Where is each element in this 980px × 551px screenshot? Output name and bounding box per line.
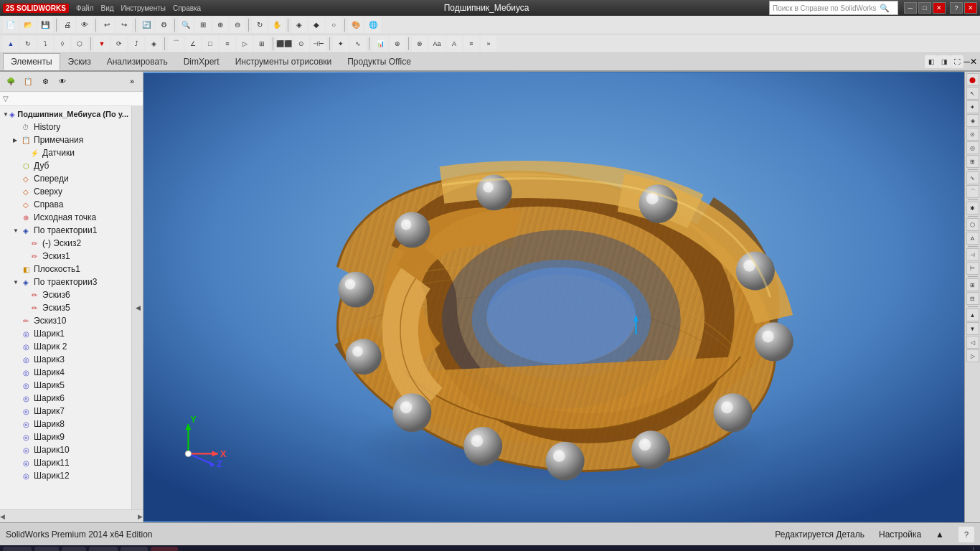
browser-button[interactable] — [89, 547, 118, 551]
options-button[interactable]: ⚙ — [156, 17, 171, 33]
right-tool-1[interactable]: ⬤ — [966, 73, 979, 86]
tree-item-plane1[interactable]: ◧ Плоскость1 — [0, 263, 131, 276]
loft-button[interactable]: ◊ — [55, 36, 70, 52]
tab-elements[interactable]: Элементы — [3, 53, 60, 70]
pattern-circular-button[interactable]: ⊙ — [293, 36, 309, 52]
tree-item-sketch6[interactable]: ✏ Эскиз6 — [0, 288, 131, 301]
tree-item-sweep3[interactable]: ▼ ◈ По траектории3 — [0, 276, 131, 288]
right-tool-18[interactable]: ▼ — [966, 322, 979, 335]
more-button[interactable]: » — [481, 36, 496, 52]
rotate-button[interactable]: ↻ — [252, 17, 268, 33]
tab-sketch[interactable]: Эскиз — [60, 53, 99, 70]
tree-item-sketch5[interactable]: ✏ Эскиз5 — [0, 301, 131, 314]
tree-item-ball4[interactable]: ◎ Шарик4 — [0, 366, 131, 379]
customize-btn[interactable]: » — [124, 74, 140, 90]
tree-item-origin[interactable]: ⊕ Исходная точка — [0, 211, 131, 224]
tree-item-top[interactable]: ◇ Сверху — [0, 185, 131, 198]
tree-root[interactable]: ▼ ◈ Подшипник_Мебиуса (По у... — [0, 108, 131, 121]
right-tool-19[interactable]: ◁ — [966, 336, 979, 349]
revolve-cut-button[interactable]: ⟳ — [111, 36, 127, 52]
sweep-button[interactable]: ⤵ — [37, 36, 53, 52]
shell-button[interactable]: □ — [202, 36, 218, 52]
right-tool-16[interactable]: ⊟ — [966, 292, 979, 305]
right-tool-3[interactable]: ✦ — [966, 100, 979, 113]
zoom-fit-button[interactable]: 🔍 — [178, 17, 194, 33]
tab-draw-tools[interactable]: Инструменты отрисовки — [227, 53, 340, 70]
tree-item-ball6[interactable]: ◎ Шарик6 — [0, 392, 131, 405]
display-pane-tab[interactable]: 👁 — [55, 74, 70, 90]
menu-file[interactable]: Файл — [73, 4, 97, 12]
root-expand[interactable]: ▼ — [3, 111, 9, 118]
format-button[interactable]: Aa — [429, 36, 445, 52]
start-button[interactable] — [3, 547, 32, 551]
3d-viewport[interactable]: Z Y X — [143, 72, 964, 522]
right-tool-4[interactable]: ◈ — [966, 114, 979, 127]
tree-item-ball1[interactable]: ◎ Шарик1 — [0, 327, 131, 340]
panel-scroll-down[interactable]: ▶ — [138, 513, 143, 520]
scene-button[interactable]: 🌐 — [365, 17, 381, 33]
snap-button[interactable]: ⊗ — [412, 36, 428, 52]
tree-item-ball3[interactable]: ◎ Шарик3 — [0, 353, 131, 366]
viewport-minimize[interactable]: ─ — [963, 57, 970, 67]
right-tool-17[interactable]: ▲ — [966, 309, 979, 321]
undo-button[interactable]: ↩ — [99, 17, 115, 33]
hide-show-button[interactable]: ○ — [326, 17, 341, 33]
preview-button[interactable]: 👁 — [77, 17, 93, 33]
menu-tools[interactable]: Инструменты — [118, 4, 169, 12]
config-tab[interactable]: ⚙ — [37, 74, 53, 90]
mirror-button[interactable]: ⊣⊢ — [311, 36, 326, 52]
tree-item-ball10[interactable]: ◎ Шарик10 — [0, 443, 131, 456]
menu-help[interactable]: Справка — [170, 4, 204, 12]
help-button[interactable]: ? — [950, 2, 963, 14]
boundary-button[interactable]: ⬡ — [72, 36, 88, 52]
tree-item-front[interactable]: ◇ Спереди — [0, 172, 131, 185]
display-style-button[interactable]: ◆ — [308, 17, 324, 33]
feature-tree-tab[interactable]: 🌳 — [3, 74, 19, 90]
scale-button[interactable]: ⊞ — [254, 36, 270, 52]
zoom-in-button[interactable]: ⊕ — [212, 17, 228, 33]
tree-item-material[interactable]: ⬡ Дуб — [0, 159, 131, 172]
chamfer-button[interactable]: ∠ — [185, 36, 201, 52]
redo-button[interactable]: ↪ — [116, 17, 132, 33]
save-button[interactable]: 💾 — [37, 17, 53, 33]
mate-button[interactable]: ⊕ — [390, 36, 405, 52]
zoom-window-button[interactable]: ⊞ — [195, 17, 211, 33]
loft-cut-button[interactable]: ◈ — [146, 36, 161, 52]
pattern-linear-button[interactable]: ⬛⬛ — [276, 36, 292, 52]
solidworks-taskbar-button[interactable]: SW — [151, 547, 178, 551]
print-button[interactable]: 🖨 — [60, 17, 75, 33]
tree-item-ball9[interactable]: ◎ Шарик9 — [0, 430, 131, 443]
eval-button[interactable]: 📊 — [372, 36, 388, 52]
viewport-close[interactable]: ✕ — [970, 57, 977, 67]
tree-item-sweep1[interactable]: ▼ ◈ По траектории1 — [0, 224, 131, 237]
viewport-maximize[interactable]: ⛶ — [951, 55, 963, 68]
tree-item-sketch10[interactable]: ✏ Эскиз10 — [0, 314, 131, 327]
extrude-button[interactable]: ▲ — [3, 36, 19, 52]
view-orient-button[interactable]: ◈ — [291, 17, 307, 33]
tree-item-sensors[interactable]: ⚡ Датчики — [0, 146, 131, 159]
right-tool-9[interactable]: ⌒ — [966, 185, 979, 198]
rebuild-button[interactable]: 🔄 — [138, 17, 154, 33]
right-tool-20[interactable]: ▷ — [966, 349, 979, 362]
tab-dimxpert[interactable]: DimXpert — [176, 53, 227, 70]
sweep3-expand[interactable]: ▼ — [13, 279, 20, 286]
search-taskbar-button[interactable] — [34, 547, 59, 551]
layers-button[interactable]: ≡ — [463, 36, 479, 52]
tab-analyze[interactable]: Анализировать — [99, 53, 176, 70]
right-tool-2[interactable]: ↖ — [966, 87, 979, 100]
reference-geom-button[interactable]: ✦ — [333, 36, 349, 52]
properties-tab[interactable]: 📋 — [20, 74, 36, 90]
right-tool-14[interactable]: ⊢ — [966, 262, 979, 275]
curve-button[interactable]: ∿ — [350, 36, 366, 52]
tree-item-notes[interactable]: ▶ 📋 Примечания — [0, 133, 131, 146]
tree-item-ball11[interactable]: ◎ Шарик11 — [0, 456, 131, 469]
tree-item-ball2[interactable]: ◎ Шарик 2 — [0, 340, 131, 353]
extrude-cut-button[interactable]: ▼ — [94, 36, 110, 52]
feature-tree[interactable]: ▼ ◈ Подшипник_Мебиуса (По у... ⏱ History… — [0, 106, 131, 509]
annotation-button[interactable]: A — [446, 36, 462, 52]
notes-expand[interactable]: ▶ — [13, 137, 20, 143]
sweep-cut-button[interactable]: ⤴ — [128, 36, 144, 52]
fillet-button[interactable]: ⌒ — [168, 36, 184, 52]
task-view-button[interactable] — [62, 547, 86, 551]
tree-item-right[interactable]: ◇ Справа — [0, 198, 131, 211]
